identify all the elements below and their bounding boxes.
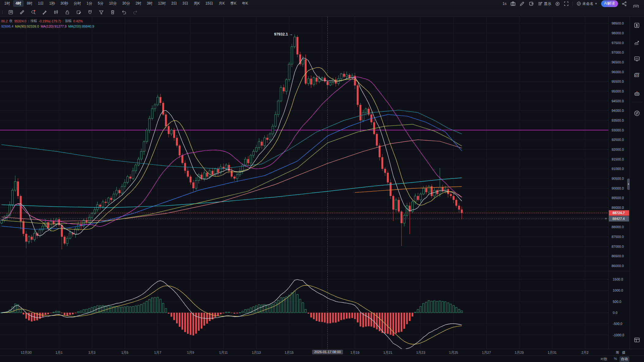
swap-circle-icon[interactable] (633, 109, 641, 117)
drawing-toolbar (0, 8, 644, 17)
svg-text:+: + (605, 217, 607, 221)
liquidation-button[interactable]: 爆 (622, 350, 625, 355)
chevron-down-icon: ▼ (595, 2, 597, 5)
chart-canvas[interactable]: +97932.1 →98500.098000.097500.097000.096… (0, 17, 630, 349)
robot-icon[interactable] (633, 90, 641, 98)
time-tick: 1月15 (285, 350, 294, 355)
time-tick: 1月31 (548, 350, 556, 355)
sub-tick: -1000.0 (613, 333, 624, 337)
timeframe-1时[interactable]: 1时 (2, 0, 13, 7)
timeframe-1分[interactable]: 1分 (84, 0, 95, 7)
filter-icon[interactable] (98, 9, 105, 16)
note-edit-icon[interactable] (75, 9, 82, 16)
svg-text:88724.7: 88724.7 (612, 211, 625, 215)
svg-text:97932.1 →: 97932.1 → (274, 32, 293, 36)
time-axis[interactable]: 12月301月11月31月51月71月91月111月131月151月191月21… (0, 349, 644, 356)
price-tick: 91500.0 (612, 157, 624, 161)
interval-badge[interactable]: 1s (503, 2, 507, 6)
time-tick: 1月23 (416, 350, 425, 355)
panel-bookmark-icon[interactable] (7, 9, 14, 16)
timeframe-1日[interactable]: 1日 (36, 0, 46, 7)
trash-icon[interactable] (109, 9, 116, 16)
log-scale-toggle[interactable]: 对数 (601, 357, 607, 361)
monitor-chart-icon[interactable] (633, 55, 641, 63)
timeframe-8时[interactable]: 8时 (24, 0, 35, 7)
redo-icon[interactable] (132, 9, 139, 16)
trend-up-icon[interactable] (633, 39, 641, 47)
crosshair-price-label: 88427.4 (609, 216, 629, 221)
fullscreen-icon[interactable] (564, 1, 569, 6)
price-tick: 90500.0 (612, 177, 624, 180)
timeframe-3日[interactable]: 3日 (180, 0, 191, 7)
timeframe-分时[interactable]: 分时 (71, 0, 84, 7)
layout-panel-icon[interactable] (633, 336, 641, 344)
timeframe-4时[interactable]: 4时 (13, 0, 24, 7)
lock-icon[interactable] (64, 9, 71, 16)
time-tick: 1月13 (252, 350, 261, 355)
price-tick: 87000.0 (612, 245, 624, 248)
top-toolbar: 1时4时8时1日1秒30秒分时1分5分10分30分2时3时12时2日3日周K15… (0, 0, 644, 7)
etf-icon[interactable]: ETF (633, 71, 641, 79)
timeframe-年K[interactable]: 年K (239, 0, 250, 7)
layout-clock-icon (576, 1, 581, 6)
price-tick: 88000.0 (612, 225, 624, 229)
compare-icon[interactable] (529, 1, 534, 6)
timeframe-2时[interactable]: 2时 (133, 0, 144, 7)
percent-scale-toggle[interactable]: % (614, 357, 617, 360)
trading-app: 1时4时8时1日1秒30秒分时1分5分10分30分2时3时12时2日3日周K15… (0, 0, 644, 362)
auto-scale-toggle[interactable]: 自动 (620, 356, 629, 362)
timeframe-30秒[interactable]: 30秒 (58, 0, 70, 7)
pencil-icon[interactable] (519, 1, 525, 6)
display-settings[interactable]: 显示 (538, 1, 551, 6)
sidebar-divider (632, 102, 642, 102)
wallet-dollar-icon[interactable] (633, 21, 641, 29)
crosshair-time-label: 2026-01-17 08:00 (312, 350, 343, 354)
display-label: 显示 (544, 1, 551, 6)
sub-tick: -500.0 (613, 322, 622, 326)
timeframe-10分[interactable]: 10分 (107, 0, 119, 7)
timeframe-2日[interactable]: 2日 (169, 0, 180, 7)
bottom-bar: 对数 % 自动 (0, 356, 644, 362)
timeframe-5分[interactable]: 5分 (95, 0, 106, 7)
timeframe-15日[interactable]: 15日 (203, 0, 215, 7)
price-tick: 87500.0 (612, 235, 624, 239)
timeframe-3时[interactable]: 3时 (144, 0, 155, 7)
undo-icon[interactable] (121, 9, 127, 16)
time-tick: 1月1 (55, 350, 62, 355)
timeframe-row: 1时4时8时1日1秒30秒分时1分5分10分30分2时3时12时2日3日周K15… (0, 0, 250, 7)
zoom-alert-icon[interactable] (30, 9, 37, 16)
timeframe-周K[interactable]: 周K (191, 0, 202, 7)
divider (572, 2, 573, 6)
price-tick: 93000.0 (612, 128, 624, 132)
sub-tick: 1500.0 (613, 277, 623, 281)
sub-tick: 1000.0 (613, 288, 623, 292)
candle-pattern-icon[interactable] (53, 9, 59, 16)
price-tick: 89000.0 (612, 206, 624, 209)
target-icon[interactable] (555, 1, 560, 6)
timeframe-30分[interactable]: 30分 (120, 0, 133, 7)
brush-icon[interactable] (41, 9, 48, 16)
price-tick: 97000.0 (612, 51, 624, 54)
layout-name: 未命名 (582, 1, 593, 6)
sub-tick: 500.0 (613, 300, 621, 304)
price-tick: 86500.0 (612, 254, 624, 258)
divider (2, 10, 3, 14)
price-tick: 97500.0 (612, 41, 624, 45)
price-tick: 96000.0 (612, 70, 624, 74)
timeframe-月K[interactable]: 月K (216, 0, 227, 7)
price-tick: 92500.0 (612, 138, 624, 141)
right-sidebar: ETF (630, 17, 644, 362)
ruler-icon[interactable] (19, 9, 25, 16)
price-tick: 94000.0 (612, 109, 624, 112)
magnet-icon[interactable] (87, 9, 93, 16)
timeframe-季K[interactable]: 季K (228, 0, 239, 7)
time-tick: 1月9 (187, 350, 194, 355)
timeframe-1秒[interactable]: 1秒 (47, 0, 58, 7)
ai-analysis-button[interactable]: AI解读 (601, 0, 618, 7)
share-icon[interactable] (622, 1, 627, 6)
layout-name-button[interactable]: 未命名 ▼ (576, 1, 597, 6)
time-tick: 1月3 (88, 350, 95, 355)
chip-distribution-button[interactable]: 筹 (616, 350, 619, 355)
timeframe-12时[interactable]: 12时 (155, 0, 168, 7)
camera-icon[interactable] (510, 1, 516, 6)
